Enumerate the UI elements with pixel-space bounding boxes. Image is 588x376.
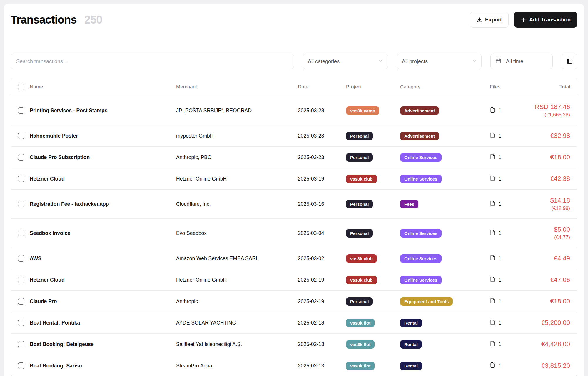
total-cell: €47.06 — [527, 276, 577, 284]
project-badge[interactable]: vas3k.club — [346, 175, 377, 183]
table-row[interactable]: Registration Fee - taxhacker.app Cloudfl… — [11, 190, 577, 219]
table-row[interactable]: Hetzner Cloud Hetzner Online GmbH 2025-0… — [11, 168, 577, 190]
transaction-name: Boat Booking: Sarisu — [30, 363, 176, 369]
files-count: 1 — [498, 176, 501, 182]
column-header-files[interactable]: Files — [490, 84, 527, 90]
project-badge[interactable]: Personal — [346, 153, 373, 162]
row-select-cell — [11, 154, 30, 161]
select-all-checkbox[interactable] — [18, 84, 24, 90]
transaction-name: Boat Rental: Pontika — [30, 320, 176, 326]
project-badge[interactable]: vas3k.club — [346, 276, 377, 284]
row-checkbox[interactable] — [18, 176, 24, 182]
project-badge[interactable]: Personal — [346, 132, 373, 140]
export-button[interactable]: Export — [470, 12, 509, 28]
row-checkbox[interactable] — [18, 320, 24, 326]
category-badge[interactable]: Equipment and Tools — [400, 297, 453, 306]
file-icon — [490, 200, 496, 208]
category-cell: Rental — [400, 362, 490, 370]
category-badge[interactable]: Online Services — [400, 153, 442, 162]
table-row[interactable]: Claude Pro Anthropic 2025-02-19 Personal… — [11, 291, 577, 312]
category-badge[interactable]: Online Services — [400, 175, 442, 183]
table-row[interactable]: Hahnemühle Poster myposter GmbH 2025-03-… — [11, 125, 577, 147]
category-badge[interactable]: Rental — [400, 319, 422, 327]
row-checkbox[interactable] — [18, 201, 24, 207]
project-badge[interactable]: Personal — [346, 297, 373, 306]
category-cell: Rental — [400, 340, 490, 349]
row-checkbox[interactable] — [18, 107, 24, 114]
project-badge[interactable]: vas3k flot — [346, 319, 375, 327]
table-row[interactable]: Boat Rental: Pontika AYDE SOLAR YACHTING… — [11, 312, 577, 334]
file-icon — [490, 298, 496, 305]
transaction-date: 2025-02-19 — [298, 298, 346, 305]
table-row[interactable]: Printing Services - Post Stamps JP „POŠT… — [11, 96, 577, 125]
chevron-down-icon — [472, 59, 477, 65]
search-input[interactable] — [11, 54, 294, 69]
column-header-category[interactable]: Category — [400, 84, 490, 90]
projects-filter[interactable]: All projects — [397, 54, 482, 69]
total-amount: $14.18 — [527, 197, 570, 204]
row-checkbox[interactable] — [18, 154, 24, 161]
total-amount: €32.98 — [527, 132, 570, 140]
project-badge[interactable]: Personal — [346, 229, 373, 238]
transaction-name: Hahnemühle Poster — [30, 133, 176, 139]
project-badge[interactable]: vas3k flot — [346, 362, 375, 370]
column-header-name[interactable]: Name — [30, 84, 176, 90]
category-badge[interactable]: Advertisement — [400, 132, 439, 140]
total-amount: €47.06 — [527, 276, 570, 284]
file-icon — [490, 107, 496, 114]
category-cell: Online Services — [400, 153, 490, 162]
total-cell: €5,200.00 — [527, 319, 577, 327]
files-cell: 1 — [490, 175, 527, 183]
row-checkbox[interactable] — [18, 298, 24, 305]
total-cell: $14.18 (€12.99) — [527, 197, 577, 211]
table-row[interactable]: AWS Amazon Web Services EMEA SARL 2025-0… — [11, 248, 577, 269]
total-cell: $5.00 (€4.77) — [527, 226, 577, 240]
project-badge[interactable]: vas3k.club — [346, 254, 377, 263]
category-badge[interactable]: Advertisement — [400, 106, 439, 115]
project-badge[interactable]: Personal — [346, 200, 373, 208]
add-transaction-button[interactable]: Add Transaction — [514, 12, 577, 28]
project-badge[interactable]: vas3k flot — [346, 340, 375, 349]
column-header-project[interactable]: Project — [346, 84, 400, 90]
column-settings-button[interactable] — [562, 54, 577, 69]
category-badge[interactable]: Online Services — [400, 254, 442, 263]
transaction-date: 2025-03-04 — [298, 230, 346, 236]
category-badge[interactable]: Online Services — [400, 229, 442, 238]
project-cell: vas3k flot — [346, 340, 400, 349]
chevron-down-icon — [378, 59, 383, 65]
category-badge[interactable]: Rental — [400, 362, 422, 370]
transaction-merchant: JP „POŠTA SRBIJE“, BEOGRAD — [176, 108, 298, 114]
table-row[interactable]: Seedbox Invoice Evo Seedbox 2025-03-04 P… — [11, 219, 577, 248]
row-checkbox[interactable] — [18, 362, 24, 369]
column-header-total[interactable]: Total — [527, 84, 577, 90]
project-cell: Personal — [346, 229, 400, 238]
files-cell: 1 — [490, 362, 527, 370]
category-badge[interactable]: Fees — [400, 200, 418, 208]
categories-filter[interactable]: All categories — [303, 54, 388, 69]
project-cell: Personal — [346, 132, 400, 140]
table-row[interactable]: Boat Booking: Betelgeuse Sailfleet Yat I… — [11, 334, 577, 355]
files-cell: 1 — [490, 230, 527, 237]
files-cell: 1 — [490, 341, 527, 348]
table-row[interactable]: Claude Pro Subscription Anthropic, PBC 2… — [11, 147, 577, 168]
column-header-date[interactable]: Date — [298, 84, 346, 90]
transaction-merchant: AYDE SOLAR YACHTING — [176, 320, 298, 326]
files-count: 1 — [498, 341, 501, 347]
category-badge[interactable]: Rental — [400, 340, 422, 349]
row-checkbox[interactable] — [18, 230, 24, 236]
transaction-name: Hetzner Cloud — [30, 277, 176, 283]
category-badge[interactable]: Online Services — [400, 276, 442, 284]
project-badge[interactable]: vas3k camp — [346, 106, 379, 115]
date-range-filter[interactable]: All time — [490, 54, 553, 69]
row-checkbox[interactable] — [18, 133, 24, 139]
table-row[interactable]: Boat Booking: Sarisu SteamPro Adria 2025… — [11, 355, 577, 376]
category-cell: Fees — [400, 200, 490, 208]
column-header-merchant[interactable]: Merchant — [176, 84, 298, 90]
row-checkbox[interactable] — [18, 341, 24, 347]
date-range-label: All time — [506, 59, 523, 65]
row-checkbox[interactable] — [18, 277, 24, 283]
total-amount: €4.49 — [527, 255, 570, 262]
row-checkbox[interactable] — [18, 255, 24, 262]
table-row[interactable]: Hetzner Cloud Hetzner Online GmbH 2025-0… — [11, 269, 577, 291]
calendar-icon — [495, 58, 501, 65]
